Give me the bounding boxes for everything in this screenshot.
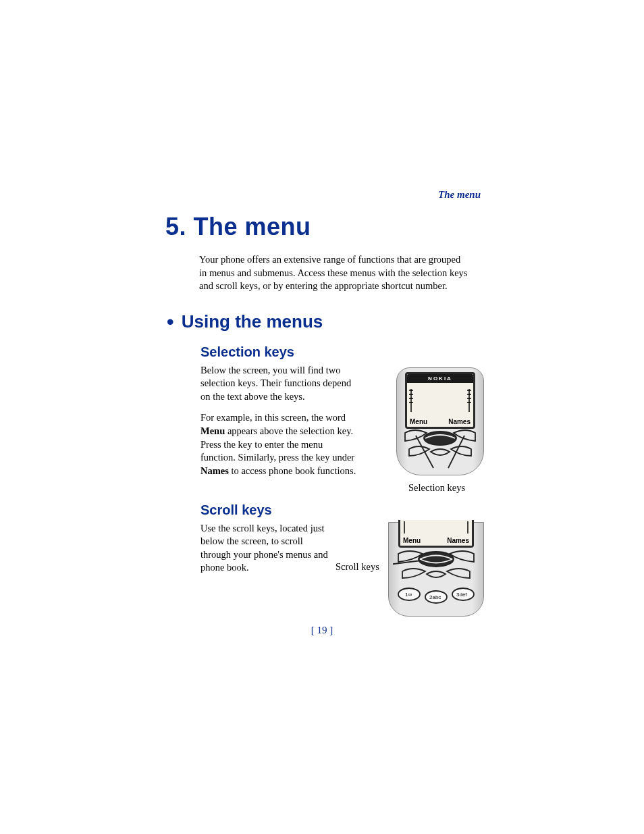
text: For example, in this screen, the word — [200, 412, 346, 423]
selection-keys-caption: Selection keys — [408, 482, 465, 494]
figure-selection-keys: NOKIA Menu Names — [396, 367, 491, 502]
key-2-label: 2abc — [429, 594, 441, 600]
svg-line-19 — [393, 561, 421, 565]
keypad-icon — [400, 429, 481, 471]
section-using-menus-text: Using the menus — [182, 311, 323, 332]
scroll-keys-caption: Scroll keys — [336, 561, 379, 573]
softkey-right-label: Names — [447, 537, 469, 544]
bold-names: Names — [200, 465, 229, 476]
selection-keys-p1: Below the screen, you will find two sele… — [200, 364, 359, 404]
chapter-title: 5. The menu — [165, 213, 477, 241]
section-using-menus: • Using the menus — [167, 311, 477, 334]
text: to access phone book functions. — [229, 465, 356, 476]
bold-menu: Menu — [200, 425, 225, 436]
page-number: [ 19 ] — [0, 625, 644, 636]
softkey-right-label: Names — [448, 418, 471, 425]
chapter-intro: Your phone offers an extensive range of … — [199, 253, 469, 293]
bullet-icon: • — [167, 311, 174, 333]
selection-keys-p2: For example, in this screen, the word Me… — [200, 411, 359, 477]
scroll-keys-p1: Use the scroll keys, located just below … — [200, 522, 329, 575]
subheading-scroll-keys: Scroll keys — [200, 502, 477, 518]
softkey-left-label: Menu — [410, 418, 427, 425]
svg-point-10 — [424, 432, 456, 445]
keypad-icon: 1∞ 2abc 3def — [393, 550, 479, 612]
key-1-label: 1∞ — [405, 592, 412, 598]
softkey-left-label: Menu — [403, 537, 421, 544]
subheading-selection-keys: Selection keys — [200, 344, 477, 360]
running-header: The menu — [438, 189, 481, 201]
svg-point-15 — [419, 552, 454, 567]
key-3-label: 3def — [456, 592, 467, 598]
figure-scroll-keys: Menu Names — [388, 522, 489, 623]
